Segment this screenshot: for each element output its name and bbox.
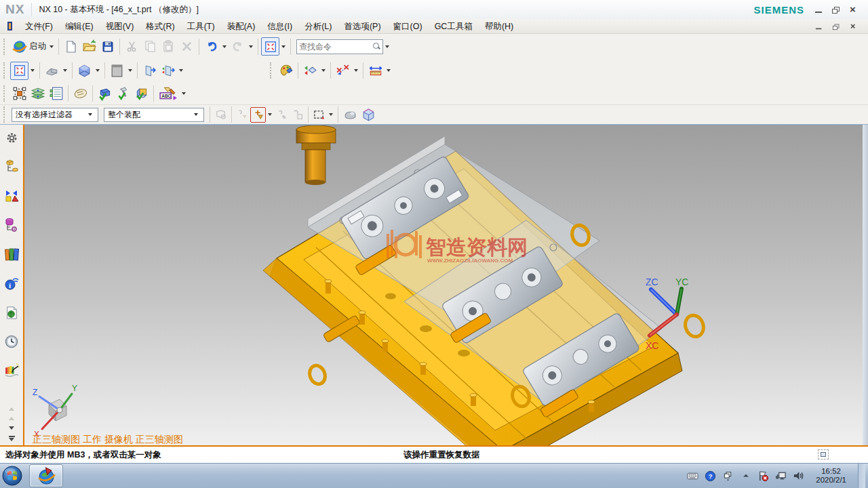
command-finder-input[interactable] [299,42,373,52]
edit-dropdown-icon[interactable] [182,92,186,95]
select-mode-dropdown-icon[interactable] [329,113,333,116]
edit-text-icon[interactable]: ABC [157,84,180,102]
minimize-button[interactable] [814,5,825,14]
assembly-navigator-icon[interactable] [3,158,20,176]
undo-dropdown-icon[interactable] [222,45,226,48]
new-file-icon[interactable] [62,37,80,56]
start-dropdown-icon[interactable] [50,45,54,48]
menu-assemblies[interactable]: 装配(A) [221,19,262,34]
finder-dropdown-icon[interactable] [385,45,389,48]
show-hidden-icons[interactable] [740,470,751,482]
block-check-icon[interactable] [96,84,114,102]
window-plane-alt-icon[interactable] [159,62,177,80]
background-icon[interactable] [108,62,126,80]
note-tag-icon[interactable] [71,84,90,102]
orient-view-icon[interactable] [43,62,61,80]
start-globe-icon[interactable] [10,37,28,56]
system-tray: ? [687,464,868,488]
orient-view-dropdown-icon[interactable] [63,69,67,72]
menu-view[interactable]: 视图(V) [100,19,140,34]
distance-dropdown-icon[interactable] [387,69,391,72]
move-cursor-icon [274,107,290,123]
snap-point-dropdown-icon[interactable] [268,113,272,116]
snap-point-filter-icon[interactable] [250,107,266,123]
background-dropdown-icon[interactable] [128,69,132,72]
translucent-cube-icon[interactable] [359,106,378,124]
snap-view-icon[interactable] [301,62,319,80]
menu-file[interactable]: 文件(F) [19,19,59,34]
shaded-cube-icon[interactable] [75,62,94,80]
taskbar-nx-button[interactable] [29,464,63,487]
show-handles-icon[interactable] [10,84,28,102]
menu-format[interactable]: 格式(R) [140,19,180,34]
roles-gear-icon[interactable] [3,129,20,146]
scroll-bottom-icon[interactable] [9,436,15,441]
fit-window-dropdown-icon[interactable] [31,69,35,72]
toolbar-grip[interactable] [3,85,7,102]
materials-palette-icon[interactable] [3,362,20,380]
taskbar-clock[interactable]: 16:52 2020/2/1 [810,467,852,485]
menu-gc-toolbox[interactable]: GC工具箱 [429,19,479,34]
fit-window-icon[interactable] [10,62,28,80]
menu-preferences[interactable]: 首选项(P) [338,19,387,34]
reuse-library-icon[interactable] [3,245,20,263]
cube-check-icon[interactable] [132,84,151,102]
window-dropdown-icon[interactable] [179,69,183,72]
redo-dropdown-icon[interactable] [249,45,253,48]
child-close-button[interactable]: × [850,22,859,30]
measure-points-icon[interactable] [334,62,352,80]
close-button[interactable]: × [849,5,860,14]
keyboard-icon[interactable] [687,470,698,482]
info-center-icon[interactable]: i [3,274,20,292]
selection-filter-select[interactable]: 没有选择过滤器 [12,108,98,122]
menu-edit[interactable]: 编辑(E) [59,19,100,34]
tool-check-icon[interactable] [114,84,132,102]
measure-distance-icon[interactable] [366,62,384,80]
part-navigator-icon[interactable] [3,216,20,234]
constraint-navigator-icon[interactable] [3,187,20,205]
snap-dropdown-icon[interactable] [321,69,326,72]
menu-window[interactable]: 窗口(O) [387,19,429,34]
role-palette-icon[interactable] [277,62,295,80]
command-finder[interactable] [296,39,383,54]
show-desktop-button[interactable] [858,464,865,488]
action-center-flag-icon[interactable] [757,470,769,482]
save-icon[interactable] [98,37,117,56]
menu-tools[interactable]: 工具(T) [181,19,221,34]
volume-icon[interactable] [793,470,804,482]
start-menu-label[interactable]: 启动 [29,41,46,52]
start-button[interactable] [1,465,24,487]
status-window-icon[interactable] [818,449,829,460]
menu-help[interactable]: 帮助(H) [479,19,519,34]
measure-dropdown-icon[interactable] [354,69,358,72]
rectangle-select-icon[interactable] [311,107,327,123]
window-plane-icon[interactable] [140,62,159,80]
toolbar-grip[interactable] [3,39,7,55]
menu-information[interactable]: 信息(I) [261,19,298,34]
scroll-up2-icon [9,417,14,420]
undo-icon[interactable] [202,37,220,56]
web-browser-icon[interactable] [3,304,20,321]
menu-analysis[interactable]: 分析(L) [298,19,338,34]
toolbar-grip[interactable] [3,106,7,123]
layer-settings-icon[interactable] [47,84,65,102]
network-icon[interactable] [775,470,787,482]
graphics-window[interactable]: 智造资料网 WWW.ZHIZAOZILIAOWANG.COM ZC YC XC … [24,125,863,445]
render-style-dropdown-icon[interactable] [96,69,100,72]
open-file-icon[interactable] [80,37,98,56]
child-restore-button[interactable] [832,22,842,30]
scroll-down-icon[interactable] [9,426,14,430]
child-minimize-button[interactable] [814,22,824,30]
toolbar-grip[interactable] [3,62,7,79]
fit-view-icon[interactable] [261,37,279,56]
toolbar-grip[interactable] [270,62,274,79]
show-only-icon[interactable] [341,106,359,124]
search-icon[interactable] [373,43,380,50]
layer-stack-icon[interactable] [28,84,47,102]
fit-dropdown-icon[interactable] [281,45,285,48]
help-icon[interactable]: ? [705,470,716,482]
restore-button[interactable] [831,5,842,14]
restore-windows-icon[interactable] [722,470,734,482]
selection-scope-select[interactable]: 整个装配 [104,108,204,122]
history-clock-icon[interactable] [3,333,20,350]
